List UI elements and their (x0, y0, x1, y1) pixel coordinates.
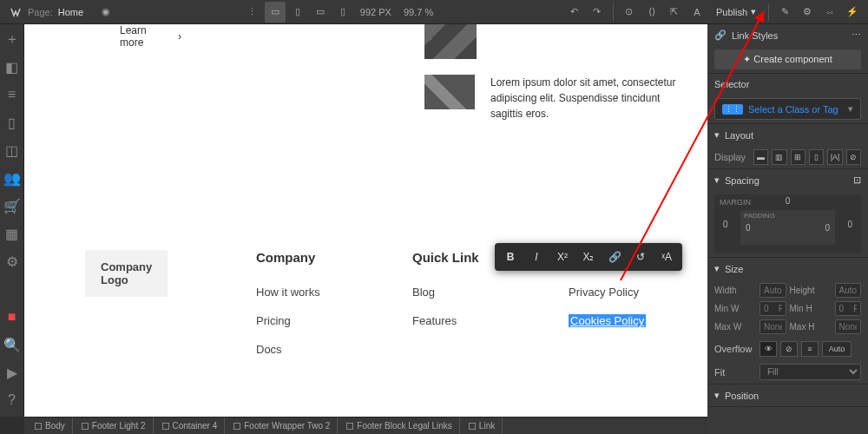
effects-icon[interactable]: ◦◦ (819, 2, 840, 23)
class-selector-input[interactable]: ⋮⋮ Select a Class or Tag ▾ (714, 98, 861, 120)
more-icon[interactable]: ⋯ (852, 30, 861, 41)
chevron-down-icon[interactable]: ▾ (848, 103, 853, 115)
crumb-link[interactable]: Link (462, 418, 503, 434)
expand-icon[interactable]: ⊡ (853, 174, 861, 186)
canvas-width: 992 PX (360, 7, 391, 17)
chevron-right-icon: › (178, 30, 181, 43)
display-flex-button[interactable]: ▥ (772, 149, 786, 165)
desktop-breakpoint-icon[interactable]: ▭ (265, 2, 286, 23)
users-icon[interactable]: 👥 (3, 168, 22, 187)
overflow-auto-button[interactable]: Auto (822, 341, 852, 357)
display-label: Display (714, 152, 750, 162)
add-element-icon[interactable]: ＋ (3, 30, 22, 49)
overflow-label: Overflow (714, 344, 756, 354)
footer-link-cookies[interactable]: Cookies Policy (569, 314, 690, 327)
comments-icon[interactable]: ⊙ (619, 2, 640, 23)
crumb-footer-light[interactable]: Footer Light 2 (75, 418, 154, 434)
wrap-button[interactable]: ↺ (628, 247, 653, 267)
link-button[interactable]: 🔗 (602, 247, 627, 267)
design-canvas[interactable]: Learn more › Lorem ipsum dolor sit amet,… (24, 24, 707, 417)
overflow-scroll-button[interactable]: ≡ (801, 341, 819, 357)
display-block-button[interactable]: ▬ (753, 149, 768, 165)
box-icon[interactable]: ◧ (3, 57, 22, 76)
crumb-container[interactable]: Container 4 (155, 418, 226, 434)
interactions-icon[interactable]: ⚡ (842, 2, 863, 23)
page-label: Page: (28, 7, 53, 17)
publish-button[interactable]: Publish ▾ (709, 6, 763, 17)
footer-link-blog[interactable]: Blog (412, 286, 534, 299)
preview-icon[interactable]: ◉ (95, 2, 116, 23)
article-excerpt: Lorem ipsum dolor sit amet, consectetur … (490, 75, 690, 122)
undo-icon[interactable]: ↶ (564, 2, 585, 23)
text-format-toolbar: B I X² X₂ 🔗 ↺ ᵡA (495, 243, 682, 271)
spacing-section-header[interactable]: ▾ Spacing⊡ (707, 169, 868, 191)
export-icon[interactable]: ⇱ (664, 2, 685, 23)
footer-link-privacy[interactable]: Privacy Policy (569, 286, 690, 299)
webflow-logo-icon[interactable] (5, 2, 26, 23)
height-input[interactable] (835, 283, 862, 298)
footer-link-pricing[interactable]: Pricing (256, 314, 378, 327)
link-icon: 🔗 (714, 30, 727, 41)
bold-button[interactable]: B (498, 247, 523, 267)
left-toolbar: ＋ ◧ ≡ ▯ ◫ 👥 🛒 ▦ ⚙ ■ 🔍 ▶ ? (0, 24, 24, 417)
maxh-input[interactable] (835, 319, 862, 334)
article-row (424, 24, 690, 59)
brush-icon[interactable]: ✎ (774, 2, 795, 23)
ecommerce-icon[interactable]: 🛒 (3, 196, 22, 215)
display-grid-button[interactable]: ⊞ (791, 149, 806, 165)
superscript-button[interactable]: X² (550, 247, 575, 267)
position-section-header[interactable]: ▾ Position (707, 385, 868, 406)
crumb-body[interactable]: Body (28, 418, 73, 434)
crumb-footer-wrapper[interactable]: Footer Wrapper Two 2 (227, 418, 338, 434)
display-inline-button[interactable]: |A| (827, 149, 842, 165)
create-component-button[interactable]: ✦ Create component (714, 49, 861, 69)
maxw-label: Max W (714, 322, 756, 332)
pages-icon[interactable]: ▯ (3, 113, 22, 132)
record-icon[interactable]: ■ (3, 307, 22, 326)
size-section-header[interactable]: ▾ Size (707, 258, 868, 279)
display-none-button[interactable]: ⊘ (846, 149, 861, 165)
audit-icon[interactable]: A (687, 2, 707, 23)
overflow-hidden-button[interactable]: ⊘ (780, 341, 798, 357)
maxw-input[interactable] (760, 319, 786, 334)
width-input[interactable] (760, 283, 786, 298)
search-icon[interactable]: 🔍 (3, 335, 22, 354)
article-thumbnail (424, 24, 477, 59)
minh-input[interactable] (835, 301, 862, 316)
video-icon[interactable]: ▶ (3, 363, 22, 382)
minw-label: Min W (714, 304, 756, 313)
assets-icon[interactable]: ▦ (3, 224, 22, 243)
cms-icon[interactable]: ◫ (3, 141, 22, 160)
settings-left-icon[interactable]: ⚙ (3, 252, 22, 271)
crumb-footer-block[interactable]: Footer Block Legal Links (339, 418, 460, 434)
mobile-landscape-icon[interactable]: ▭ (310, 2, 331, 23)
minw-input[interactable] (760, 301, 786, 316)
overflow-visible-button[interactable]: 👁 (760, 341, 777, 357)
footer-link-docs[interactable]: Docs (256, 343, 378, 356)
clear-format-button[interactable]: ᵡA (654, 247, 679, 267)
company-logo: Company Logo (85, 250, 168, 297)
tool-icon[interactable]: ⋮ (242, 2, 263, 23)
fit-select[interactable]: Fill (760, 364, 861, 380)
navigator-icon[interactable]: ≡ (3, 85, 22, 104)
italic-button[interactable]: I (524, 247, 549, 267)
help-icon[interactable]: ? (3, 391, 22, 410)
minh-label: Min H (790, 304, 832, 313)
learn-more-link[interactable]: Learn more › (120, 24, 181, 49)
layout-section-header[interactable]: ▾ Layout (707, 124, 868, 146)
tablet-breakpoint-icon[interactable]: ▯ (287, 2, 308, 23)
style-panel: 🔗 Link Styles ⋯ ✦ Create component Selec… (707, 24, 868, 434)
page-name[interactable]: Home (58, 7, 83, 17)
zoom-level[interactable]: 99.7 % (404, 7, 433, 17)
spacing-editor[interactable]: MARGIN 0 0 0 PADDING 0 0 (714, 194, 861, 253)
redo-icon[interactable]: ↷ (587, 2, 608, 23)
settings-gear-icon[interactable]: ⚙ (797, 2, 818, 23)
article-thumbnail (424, 75, 475, 109)
mobile-breakpoint-icon[interactable]: ▯ (332, 2, 353, 23)
footer-link-how[interactable]: How it works (256, 286, 378, 299)
subscript-button[interactable]: X₂ (576, 247, 601, 267)
breadcrumb-bar: Body Footer Light 2 Container 4 Footer W… (24, 417, 707, 434)
code-icon[interactable]: ⟨⟩ (641, 2, 662, 23)
display-inline-block-button[interactable]: ▯ (809, 149, 824, 165)
footer-link-features[interactable]: Features (412, 314, 534, 327)
